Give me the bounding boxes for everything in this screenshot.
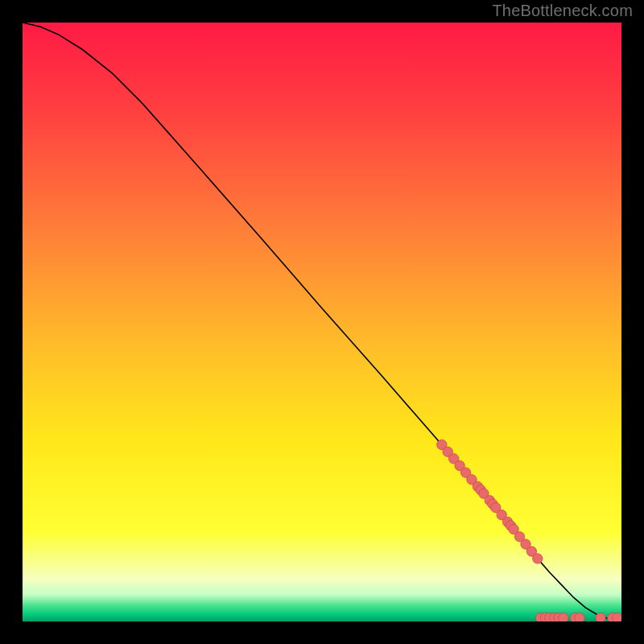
data-point-marker — [575, 613, 584, 621]
data-point-marker — [533, 554, 543, 564]
data-point-marker — [613, 613, 621, 621]
data-point-marker — [559, 613, 568, 621]
chart-frame: TheBottleneck.com — [0, 0, 644, 644]
attribution-label: TheBottleneck.com — [492, 2, 633, 20]
chart-svg — [23, 23, 621, 621]
data-point-marker — [596, 613, 605, 621]
plot-area — [23, 23, 621, 621]
gradient-background — [23, 23, 621, 621]
